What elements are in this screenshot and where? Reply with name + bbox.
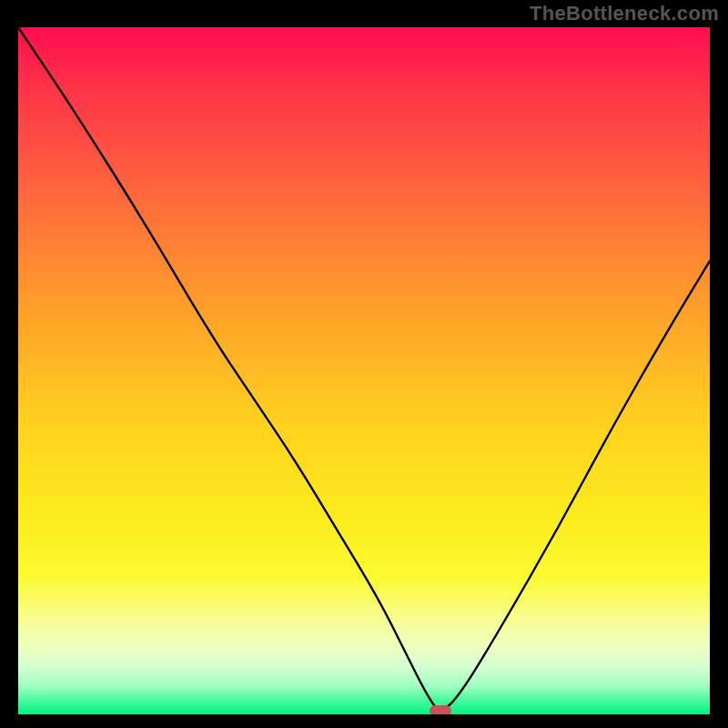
- plot-area: [18, 27, 710, 714]
- bottleneck-curve: [18, 27, 710, 714]
- watermark-text: TheBottleneck.com: [530, 2, 719, 25]
- curve-path: [18, 27, 710, 709]
- optimal-point-marker: [430, 705, 451, 714]
- chart-frame: TheBottleneck.com: [0, 0, 728, 728]
